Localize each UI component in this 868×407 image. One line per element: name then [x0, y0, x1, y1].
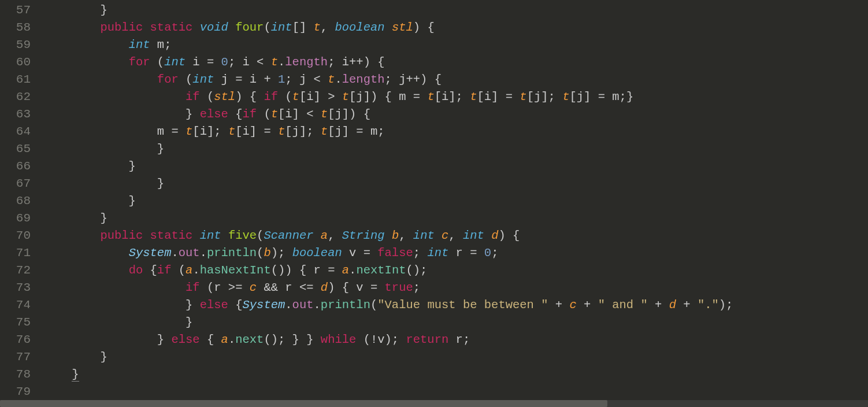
token-pm: t [342, 90, 349, 103]
code-line[interactable]: } [43, 140, 868, 158]
code-line[interactable]: do {if (a.hasNextInt()) { r = a.nextInt(… [43, 262, 868, 279]
code-line[interactable]: for (int j = i + 1; j < t.length; j++) { [43, 71, 868, 88]
token-pm: c [442, 229, 448, 242]
token-vd: . [200, 246, 207, 260]
code-line[interactable]: } [43, 314, 868, 331]
horizontal-scrollbar[interactable] [0, 400, 868, 407]
token-fld: out [292, 298, 314, 312]
token-br: { [143, 264, 157, 277]
token-pl [43, 21, 100, 34]
token-vd: && r <= [257, 281, 321, 294]
code-line[interactable]: m = t[i]; t[i] = t[j]; t[j] = m; [43, 123, 868, 140]
code-line[interactable]: public static void four(int[] t, boolean… [43, 19, 868, 36]
line-number: 71 [0, 245, 31, 262]
code-line[interactable]: for (int i = 0; i < t.length; i++) { [43, 54, 868, 71]
line-number: 72 [0, 262, 31, 279]
token-pl [43, 56, 129, 69]
code-line[interactable]: } [43, 349, 868, 366]
token-vd: ()) { r = [271, 264, 342, 277]
code-line[interactable]: } else { a.next(); } } while (!v); retur… [43, 331, 868, 349]
token-kt: boolean [335, 21, 384, 34]
token-pm: b [392, 229, 399, 242]
token-vd: [j] = m;} [569, 90, 633, 103]
token-k: if [157, 264, 172, 277]
token-br: } [43, 333, 171, 346]
token-pl [43, 73, 157, 86]
code-line[interactable] [43, 383, 868, 401]
token-vd: . [192, 264, 199, 277]
token-vd: + [577, 298, 598, 312]
token-br: ( [179, 73, 193, 86]
code-line[interactable]: } [43, 193, 868, 210]
token-fld: out [179, 246, 200, 260]
horizontal-scrollbar-thumb[interactable] [0, 400, 607, 407]
token-pm: t [328, 73, 335, 86]
code-line[interactable]: } [43, 366, 868, 383]
token-vd: [j] = m; [328, 125, 384, 138]
token-kt: String [342, 229, 385, 242]
code-line[interactable]: } else {System.out.println("Value must b… [43, 297, 868, 314]
token-pl [484, 229, 491, 242]
code-line[interactable]: System.out.println(b); boolean v = false… [43, 245, 868, 262]
code-line[interactable]: if (r >= c && r <= d) { v = true; [43, 279, 868, 297]
token-pm: t [271, 56, 278, 69]
code-line[interactable]: public static int five(Scanner a, String… [43, 227, 868, 245]
token-br: , [399, 229, 413, 242]
code-line[interactable]: } [43, 2, 868, 19]
code-line[interactable]: int m; [43, 36, 868, 54]
token-pl [385, 21, 392, 34]
line-number: 62 [0, 88, 31, 106]
token-k: if [186, 281, 200, 294]
token-pl [43, 281, 186, 294]
token-fld: length [285, 56, 328, 69]
token-pl [43, 229, 100, 242]
token-mn: println [207, 246, 257, 260]
code-line[interactable]: } [43, 158, 868, 175]
code-line[interactable]: } else {if (t[i] < t[j]) { [43, 106, 868, 123]
token-pm: a [342, 264, 349, 277]
token-vd: [j]) { m = [349, 90, 427, 103]
line-number: 68 [0, 193, 31, 210]
token-vd: [j]; [285, 125, 321, 138]
token-pl [43, 246, 129, 260]
line-number: 78 [0, 366, 31, 383]
token-k: while [321, 333, 357, 346]
token-vd: . [285, 298, 292, 312]
token-br: } [43, 177, 164, 190]
token-vd: + [648, 298, 669, 312]
token-k: do [129, 264, 143, 277]
token-pm: t [470, 90, 477, 103]
token-pm: stl [392, 21, 413, 34]
line-number: 74 [0, 297, 31, 314]
token-br: } [43, 194, 136, 208]
line-number: 67 [0, 175, 31, 193]
code-area[interactable]: } public static void four(int[] t, boole… [38, 0, 868, 407]
line-number: 77 [0, 349, 31, 366]
token-pl [143, 229, 150, 242]
token-pm: c [569, 298, 576, 312]
token-pm: t [292, 90, 299, 103]
token-pm: a [221, 333, 228, 346]
token-pm: b [264, 246, 270, 260]
token-mn: println [321, 298, 370, 312]
token-br: } [100, 3, 107, 17]
code-line[interactable]: } [43, 210, 868, 227]
token-pl [43, 3, 100, 17]
line-number: 76 [0, 331, 31, 349]
line-number: 64 [0, 123, 31, 140]
token-vd: [i] = [235, 125, 278, 138]
token-br: ( [171, 264, 186, 277]
token-br: { [228, 298, 243, 312]
code-editor[interactable]: 5758596061626364656667686970717273747576… [0, 0, 868, 407]
token-k: for [157, 73, 179, 86]
token-pm: t [228, 125, 235, 138]
token-vd: [j]) { [328, 108, 370, 121]
line-number: 57 [0, 2, 31, 19]
line-number: 65 [0, 140, 31, 158]
token-br: } [43, 108, 200, 121]
code-line[interactable]: if (stl) { if (t[i] > t[j]) { m = t[i]; … [43, 88, 868, 106]
token-br: } [43, 350, 107, 364]
token-k: return [406, 333, 448, 346]
line-number-gutter: 5758596061626364656667686970717273747576… [0, 0, 38, 407]
code-line[interactable]: } [43, 175, 868, 193]
